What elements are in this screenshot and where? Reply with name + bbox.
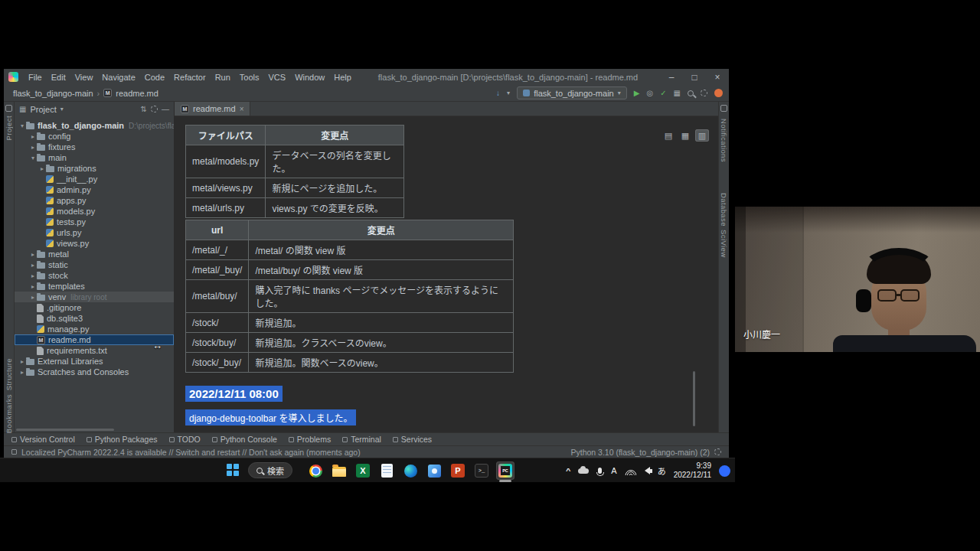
interpreter-widget[interactable]: Python 3.10 (flask_to_django-main) (2)	[570, 448, 710, 457]
tool-button-bookmarks[interactable]: Bookmarks	[5, 394, 13, 433]
clock[interactable]: 9:39 2022/12/11	[674, 461, 711, 481]
menu-code[interactable]: Code	[140, 73, 169, 82]
tab-readme-md[interactable]: M readme.md ×	[175, 102, 250, 116]
chevron-collapsed-icon[interactable]: ▸	[29, 283, 37, 290]
powerpoint-icon[interactable]: P	[449, 461, 467, 480]
chevron-down-icon[interactable]: ▾	[60, 106, 64, 112]
tool-button-version-control[interactable]: Version Control	[11, 435, 75, 444]
ime-latin-indicator[interactable]: A	[611, 466, 616, 475]
tree-item-venv[interactable]: ▸ venv library root	[15, 292, 174, 302]
breadcrumb-root[interactable]: flask_to_django-main	[13, 89, 93, 98]
menu-edit[interactable]: Edit	[47, 73, 70, 82]
tool-button-project[interactable]: Project	[5, 116, 13, 140]
hide-panel-icon[interactable]: —	[162, 105, 169, 113]
horizontal-scrollbar[interactable]	[16, 429, 114, 431]
tree-item-metal[interactable]: ▸ metal	[15, 249, 174, 259]
tool-button-python-console[interactable]: Python Console	[212, 435, 277, 444]
menu-refactor[interactable]: Refactor	[169, 73, 211, 82]
tree-item-static[interactable]: ▸ static	[15, 259, 174, 270]
tree-item-gitignore[interactable]: .gitignore	[15, 302, 174, 313]
git-update-icon[interactable]: ↓	[496, 90, 500, 97]
split-mode-icon[interactable]: ▦	[678, 129, 692, 142]
tool-button-structure[interactable]: Structure	[5, 358, 13, 390]
speaker-icon[interactable]	[645, 467, 650, 474]
vertical-scrollbar[interactable]	[693, 371, 695, 426]
tree-item-fixtures[interactable]: ▸ fixtures	[15, 142, 174, 152]
file-explorer-icon[interactable]	[330, 461, 348, 480]
git-caret-icon[interactable]: ▾	[507, 90, 510, 96]
tree-item-config[interactable]: ▸ config	[15, 131, 174, 142]
notifications-bell-icon[interactable]	[714, 448, 721, 455]
notification-badge[interactable]	[719, 465, 730, 477]
edge-icon[interactable]	[401, 461, 420, 480]
chevron-collapsed-icon[interactable]: ▸	[29, 262, 37, 269]
grid-icon[interactable]: ▦	[674, 90, 681, 97]
tool-button-todo[interactable]: TODO	[169, 435, 201, 444]
run-configuration-select[interactable]: flask_to_django-main ▾	[517, 86, 627, 99]
preview-only-mode-icon[interactable]: ▥	[695, 129, 709, 142]
editor-only-mode-icon[interactable]: ▤	[662, 129, 675, 142]
tree-item-external-libraries[interactable]: ▸ External Libraries	[15, 356, 174, 367]
menu-tools[interactable]: Tools	[235, 73, 264, 82]
tree-item-urls-py[interactable]: urls.py	[15, 227, 174, 238]
tree-item-requirements-txt[interactable]: requirements.txt	[15, 345, 174, 356]
terminal-icon[interactable]: >_	[472, 461, 491, 480]
pycharm-taskbar-icon[interactable]: PC	[496, 461, 514, 480]
tree-item-manage-py[interactable]: manage.py	[15, 324, 174, 334]
menu-window[interactable]: Window	[290, 73, 329, 82]
tree-item-apps-py[interactable]: apps.py	[15, 195, 174, 206]
tree-item-migrations[interactable]: ▸ migrations	[15, 163, 174, 174]
chevron-collapsed-icon[interactable]: ▸	[38, 165, 46, 172]
tree-item-tests-py[interactable]: tests.py	[15, 217, 174, 227]
panel-settings-icon[interactable]	[151, 106, 158, 112]
tree-item-readme-md[interactable]: M readme.md	[15, 334, 174, 345]
chevron-expanded-icon[interactable]: ▾	[18, 122, 26, 129]
menu-vcs[interactable]: VCS	[264, 73, 291, 82]
coverage-icon[interactable]: ◎	[646, 90, 653, 97]
microphone-icon[interactable]	[598, 468, 602, 474]
tool-button-notifications[interactable]: Notifications	[720, 119, 728, 162]
menu-view[interactable]: View	[70, 73, 98, 82]
close-tab-icon[interactable]: ×	[240, 105, 244, 113]
chevron-collapsed-icon[interactable]: ▸	[29, 251, 37, 258]
minimize-button[interactable]: –	[660, 69, 683, 85]
gear-icon[interactable]	[701, 90, 707, 96]
tree-item-admin-py[interactable]: admin.py	[15, 184, 174, 195]
chrome-icon[interactable]	[306, 461, 325, 480]
search-icon[interactable]	[688, 90, 694, 96]
chevron-collapsed-icon[interactable]: ▸	[18, 358, 26, 365]
wifi-icon[interactable]	[625, 467, 637, 475]
start-button[interactable]	[227, 464, 239, 476]
commit-check-icon[interactable]: ✓	[660, 90, 666, 97]
breadcrumb-file[interactable]: readme.md	[116, 89, 158, 98]
project-panel-title[interactable]: Project	[30, 105, 56, 114]
menu-run[interactable]: Run	[211, 73, 235, 82]
tree-item-db-sqlite3[interactable]: db.sqlite3	[15, 313, 174, 324]
chevron-expanded-icon[interactable]: ▾	[29, 155, 37, 161]
tool-button-services[interactable]: Services	[393, 435, 432, 444]
onedrive-icon[interactable]	[578, 468, 589, 474]
photos-icon[interactable]	[425, 461, 443, 480]
collapse-all-icon[interactable]: ⇅	[141, 105, 147, 113]
status-message[interactable]: Localized PyCharm 2022.2.4 is available …	[21, 448, 566, 457]
run-button[interactable]: ▶	[634, 90, 640, 97]
tree-item-project-root[interactable]: ▾ flask_to_django-main D:\projects\flask…	[15, 120, 174, 131]
event-log-icon[interactable]	[11, 449, 17, 455]
tool-button-sciview[interactable]: SciView	[720, 230, 728, 257]
stripe-top-icon[interactable]	[720, 105, 727, 112]
chevron-collapsed-icon[interactable]: ▸	[29, 133, 37, 140]
tool-button-problems[interactable]: Problems	[289, 435, 331, 444]
notepad-icon[interactable]	[377, 461, 396, 480]
tree-item-init-py[interactable]: __init__.py	[15, 174, 174, 184]
tree-item-templates[interactable]: ▸ templates	[15, 281, 174, 292]
tool-button-database[interactable]: Database	[720, 193, 728, 227]
tree-item-views-py[interactable]: views.py	[15, 238, 174, 249]
tree-item-main[interactable]: ▾ main	[15, 152, 174, 163]
tree-item-models-py[interactable]: models.py	[15, 206, 174, 217]
avatar[interactable]	[714, 89, 723, 97]
tree-item-scratches[interactable]: ▸ Scratches and Consoles	[15, 367, 174, 377]
chevron-collapsed-icon[interactable]: ▸	[29, 272, 37, 279]
menu-navigate[interactable]: Navigate	[97, 73, 139, 82]
project-stripe-icon[interactable]	[5, 105, 12, 112]
chevron-collapsed-icon[interactable]: ▸	[29, 144, 37, 151]
